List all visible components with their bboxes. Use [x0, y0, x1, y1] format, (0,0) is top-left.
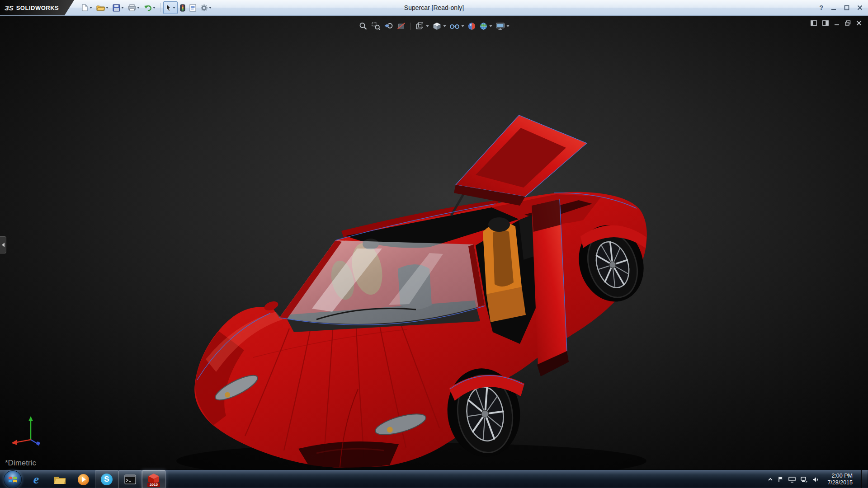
display-style-dropdown-icon[interactable] — [443, 25, 446, 27]
taskbar-explorer-button[interactable] — [48, 470, 71, 488]
clock-date: 7/28/2015 — [827, 479, 853, 486]
taskbar-media-player-button[interactable] — [71, 470, 95, 488]
speaker-icon[interactable] — [812, 477, 819, 483]
minimize-button[interactable] — [831, 5, 836, 10]
skype-icon: S — [101, 474, 113, 485]
view-orientation-dropdown-icon[interactable] — [426, 25, 429, 27]
rebuild-button[interactable] — [178, 2, 187, 14]
select-dropdown-icon[interactable] — [173, 7, 175, 9]
command-prompt-icon — [124, 474, 136, 484]
internet-explorer-icon: e — [33, 473, 39, 486]
solidworks-logo-glyph: ЗS — [5, 4, 14, 12]
new-document-dropdown-icon[interactable] — [90, 7, 92, 9]
file-properties-button[interactable] — [188, 2, 198, 14]
close-button[interactable] — [857, 5, 863, 10]
file-properties-icon — [189, 4, 196, 12]
taskbar: e S 2015 2:00 PM 7/28/2015 — [0, 469, 868, 488]
main-toolbar — [79, 1, 213, 14]
taskbar-ie-button[interactable]: e — [24, 470, 48, 488]
window-controls: ? — [819, 0, 863, 15]
solidworks-app-icon: 2015 — [147, 473, 160, 486]
fullscreen-icon[interactable] — [822, 20, 829, 26]
view-settings-icon — [496, 23, 505, 30]
start-button[interactable] — [4, 470, 22, 488]
zoom-to-fit-icon — [359, 22, 368, 31]
help-icon[interactable]: ? — [819, 4, 823, 11]
system-tray: 2:00 PM 7/28/2015 — [768, 470, 868, 488]
print-dropdown-icon[interactable] — [137, 7, 140, 9]
open-dropdown-icon[interactable] — [106, 7, 108, 9]
previous-view-icon — [384, 22, 393, 31]
printer-icon — [128, 4, 136, 11]
y-axis-arrow — [28, 416, 33, 421]
options-button[interactable] — [198, 2, 213, 14]
windows-flag-icon — [8, 475, 17, 484]
previous-view-button[interactable] — [384, 22, 393, 31]
taskbar-skype-button[interactable]: S — [95, 470, 118, 488]
view-settings-dropdown-icon[interactable] — [507, 25, 509, 27]
document-window-controls — [811, 20, 862, 26]
section-view-button[interactable] — [397, 22, 406, 31]
edit-appearance-ball-icon — [468, 22, 476, 30]
taskbar-clock[interactable]: 2:00 PM 7/28/2015 — [824, 473, 856, 486]
folder-icon — [54, 475, 66, 484]
tray-expand-icon[interactable] — [768, 478, 773, 481]
new-document-button[interactable] — [79, 2, 94, 14]
hide-show-glasses-icon — [450, 23, 460, 30]
network-icon[interactable] — [801, 477, 807, 483]
zoom-to-area-button[interactable] — [372, 22, 381, 31]
save-dropdown-icon[interactable] — [121, 7, 124, 9]
open-folder-icon — [96, 4, 105, 11]
origin-triad — [10, 414, 52, 450]
taskbar-command-prompt-button[interactable] — [118, 470, 142, 488]
print-button[interactable] — [126, 2, 142, 14]
hud-separator — [410, 23, 411, 30]
save-disk-icon — [113, 4, 120, 12]
hide-show-items-button[interactable] — [450, 23, 464, 30]
options-gear-icon — [200, 4, 208, 12]
view-orientation-cube-icon — [415, 22, 425, 31]
hide-show-dropdown-icon[interactable] — [462, 25, 464, 27]
options-dropdown-icon[interactable] — [209, 7, 212, 9]
model-canvas[interactable] — [0, 16, 868, 469]
maximize-button[interactable] — [844, 5, 849, 10]
action-center-flag-icon[interactable] — [778, 476, 783, 483]
zoom-to-fit-button[interactable] — [359, 22, 368, 31]
zoom-to-area-icon — [372, 22, 381, 31]
titlebar: ЗS SOLIDWORKS — [0, 0, 868, 16]
display-style-button[interactable] — [433, 22, 446, 31]
apply-scene-button[interactable] — [480, 22, 492, 30]
view-settings-button[interactable] — [496, 23, 509, 30]
view-orientation-button[interactable] — [415, 22, 429, 31]
solidworks-version-badge: 2015 — [147, 483, 160, 487]
edit-appearance-button[interactable] — [468, 22, 476, 30]
clock-time: 2:00 PM — [827, 473, 853, 479]
apply-scene-dropdown-icon[interactable] — [490, 25, 492, 27]
show-desktop-button[interactable] — [861, 470, 867, 488]
media-player-icon — [78, 474, 89, 485]
feature-panel-collapse-tab[interactable] — [0, 236, 6, 253]
select-button[interactable] — [163, 1, 178, 14]
display-style-cube-icon — [433, 22, 442, 31]
collapse-arrow-icon — [2, 243, 5, 247]
save-button[interactable] — [111, 2, 126, 14]
z-axis-tip — [36, 441, 41, 446]
child-restore-icon[interactable] — [845, 20, 851, 26]
toolbar-separator — [160, 3, 160, 12]
view-orientation-label: *Dimetric — [5, 459, 36, 468]
display-icon[interactable] — [788, 477, 796, 483]
taskbar-solidworks-button[interactable]: 2015 — [142, 470, 165, 488]
apply-scene-globe-icon — [480, 22, 488, 30]
child-close-icon[interactable] — [856, 20, 862, 26]
open-button[interactable] — [94, 2, 110, 14]
rebuild-traffic-light-icon — [180, 4, 185, 12]
undo-dropdown-icon[interactable] — [153, 7, 156, 9]
dock-pane-icon[interactable] — [811, 20, 817, 26]
solidworks-logo: ЗS SOLIDWORKS — [0, 0, 74, 15]
x-axis-arrow — [11, 440, 17, 446]
heads-up-view-toolbar — [359, 22, 509, 31]
child-minimize-icon[interactable] — [834, 20, 840, 26]
select-cursor-icon — [165, 4, 172, 12]
new-document-icon — [80, 4, 89, 12]
undo-button[interactable] — [142, 2, 157, 14]
